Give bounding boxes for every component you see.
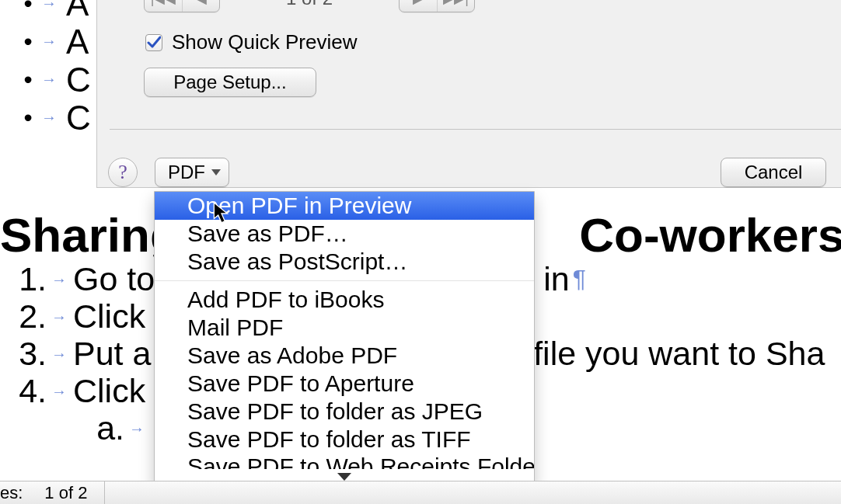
page-nav-prev-group[interactable]: |◀◀ ◀	[144, 0, 220, 12]
print-dialog: |◀◀ ◀ 1 of 2 ▶ ▶▶| Show Quick Preview Pa…	[96, 0, 841, 188]
status-pages-count: 1 of 2	[30, 483, 87, 503]
bullet-list: •→A •→A •→C •→C	[21, 0, 91, 137]
help-button[interactable]: ?	[108, 158, 138, 187]
show-quick-preview-label: Show Quick Preview	[172, 30, 357, 54]
menu-item-open-pdf-in-preview[interactable]: Open PDF in Preview	[155, 192, 534, 220]
menu-item-save-as-adobe-pdf[interactable]: Save as Adobe PDF	[155, 342, 534, 370]
menu-item-add-pdf-to-ibooks[interactable]: Add PDF to iBooks	[155, 286, 534, 314]
checkmark-icon	[147, 36, 161, 50]
menu-separator	[155, 280, 534, 281]
menu-item-save-as-postscript[interactable]: Save as PostScript…	[155, 248, 534, 276]
page-indicator: 1 of 2	[286, 0, 333, 9]
show-quick-preview-checkbox[interactable]	[145, 34, 162, 51]
menu-item-save-pdf-to-folder-as-jpeg[interactable]: Save PDF to folder as JPEG	[155, 398, 534, 426]
first-page-icon[interactable]: |◀◀	[145, 0, 182, 12]
prev-page-icon[interactable]: ◀	[182, 0, 219, 12]
pdf-dropdown-button[interactable]: PDF	[155, 158, 229, 187]
status-bar: es: 1 of 2	[0, 481, 841, 504]
page-setup-button[interactable]: Page Setup...	[144, 68, 316, 97]
chevron-down-icon	[211, 169, 221, 176]
show-quick-preview-row[interactable]: Show Quick Preview	[145, 30, 357, 54]
menu-item-save-pdf-to-aperture[interactable]: Save PDF to Aperture	[155, 370, 534, 398]
menu-item-save-as-pdf[interactable]: Save as PDF…	[155, 220, 534, 248]
status-pages-label: es:	[0, 483, 30, 503]
pdf-dropdown-menu[interactable]: Open PDF in Preview Save as PDF… Save as…	[154, 191, 535, 487]
menu-item-save-pdf-to-web-receipts[interactable]: Save PDF to Web Receipts Folder	[155, 454, 534, 469]
page-nav-next-group[interactable]: ▶ ▶▶|	[399, 0, 475, 12]
cancel-button[interactable]: Cancel	[721, 158, 826, 187]
last-page-icon[interactable]: ▶▶|	[437, 0, 474, 12]
menu-item-save-pdf-to-folder-as-tiff[interactable]: Save PDF to folder as TIFF	[155, 426, 534, 454]
next-page-icon[interactable]: ▶	[400, 0, 437, 12]
menu-item-mail-pdf[interactable]: Mail PDF	[155, 314, 534, 342]
